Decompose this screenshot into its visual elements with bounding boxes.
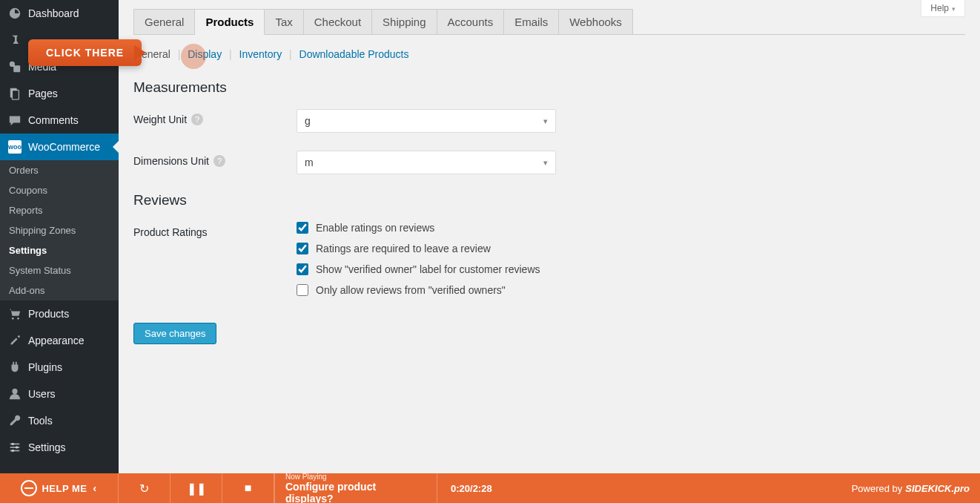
checkbox-input[interactable] xyxy=(297,222,308,234)
dimensions-unit-label: Dimensions Unit xyxy=(133,155,209,167)
restart-button[interactable]: ↻ xyxy=(119,473,170,503)
sidebar-item-label: Settings xyxy=(28,441,66,453)
sidebar-item-label: Dashboard xyxy=(28,7,79,19)
checkbox-enable-ratings[interactable]: Enable ratings on reviews xyxy=(297,222,965,234)
sidebar-sub-settings[interactable]: Settings xyxy=(0,240,119,260)
media-icon xyxy=(7,59,22,74)
sidebar-item-plugins[interactable]: Plugins xyxy=(0,354,119,381)
weight-unit-label: Weight Unit xyxy=(133,114,187,125)
checkbox-verified-owner-label[interactable]: Show "verified owner" label for customer… xyxy=(297,263,965,275)
tab-shipping[interactable]: Shipping xyxy=(372,9,437,34)
sidebar-item-label: Comments xyxy=(28,114,79,126)
sidebar-sub-reports[interactable]: Reports xyxy=(0,200,119,220)
stop-button[interactable]: ■ xyxy=(222,473,274,503)
sidebar-sub-shipping-zones[interactable]: Shipping Zones xyxy=(0,220,119,240)
help-icon[interactable]: ? xyxy=(191,114,203,125)
weight-unit-select[interactable]: g xyxy=(297,109,556,133)
comments-icon xyxy=(7,113,22,128)
checkbox-input[interactable] xyxy=(297,263,308,275)
checkbox-input[interactable] xyxy=(297,284,308,296)
pin-icon xyxy=(7,33,22,47)
checkbox-ratings-required[interactable]: Ratings are required to leave a review xyxy=(297,243,965,254)
now-playing-title: Configure product displays? xyxy=(285,481,426,504)
help-tab[interactable]: Help xyxy=(921,0,965,17)
subtab-inventory[interactable]: Inventory xyxy=(239,48,282,60)
help-me-button[interactable]: HELP ME ‹ xyxy=(0,473,119,503)
stop-icon: ■ xyxy=(245,481,252,495)
sidebar-item-label: WooCommerce xyxy=(28,141,100,153)
tab-accounts[interactable]: Accounts xyxy=(437,9,505,34)
highlight-pulse xyxy=(181,44,206,69)
main-content: Help General Products Tax Checkout Shipp… xyxy=(119,0,980,503)
playback-time: 0:20/2:28 xyxy=(437,473,506,503)
plugin-icon xyxy=(7,360,22,375)
svg-point-10 xyxy=(12,443,15,446)
sidebar-item-products[interactable]: Products xyxy=(0,300,119,327)
checkbox-input[interactable] xyxy=(297,243,308,254)
tab-tax[interactable]: Tax xyxy=(265,9,303,34)
admin-sidebar: Dashboard Media Pages Comments xyxy=(0,0,119,503)
tab-webhooks[interactable]: Webhooks xyxy=(559,9,633,34)
sidebar-item-comments[interactable]: Comments xyxy=(0,107,119,134)
sidebar-item-label: Plugins xyxy=(28,361,62,373)
powered-by[interactable]: Powered by SIDEKICK.pro xyxy=(841,473,980,503)
click-there-callout: CLICK THERE xyxy=(28,39,142,66)
svg-point-11 xyxy=(16,446,19,449)
sidebar-item-woocommerce[interactable]: woo WooCommerce xyxy=(0,134,119,160)
svg-rect-3 xyxy=(12,91,19,100)
woo-icon: woo xyxy=(7,139,22,154)
svg-point-12 xyxy=(12,450,15,453)
tab-checkout[interactable]: Checkout xyxy=(304,9,372,34)
sidebar-item-tools[interactable]: Tools xyxy=(0,407,119,434)
tab-general[interactable]: General xyxy=(133,9,195,34)
now-playing-label: Now Playing xyxy=(285,473,426,481)
sidebar-item-users[interactable]: Users xyxy=(0,381,119,407)
now-playing: Now Playing Configure product displays? xyxy=(274,473,437,503)
sidebar-item-label: Products xyxy=(28,308,69,320)
sidebar-sub-system-status[interactable]: System Status xyxy=(0,260,119,280)
sidebar-item-label: Appearance xyxy=(28,335,85,346)
sidekick-footer: HELP ME ‹ ↻ ❚❚ ■ Now Playing Configure p… xyxy=(0,473,980,503)
sidebar-item-label: Users xyxy=(28,388,56,400)
restart-icon: ↻ xyxy=(139,481,149,496)
product-ratings-label: Product Ratings xyxy=(133,226,208,238)
sidebar-sub-addons[interactable]: Add-ons xyxy=(0,280,119,300)
sidebar-sub-coupons[interactable]: Coupons xyxy=(0,180,119,200)
checkbox-only-verified[interactable]: Only allow reviews from "verified owners… xyxy=(297,284,965,296)
tab-emails[interactable]: Emails xyxy=(504,9,559,34)
face-icon xyxy=(21,480,37,496)
sidebar-item-label: Pages xyxy=(28,88,58,99)
sub-sections: General | Display | Inventory | Download… xyxy=(133,35,965,73)
cart-icon xyxy=(7,306,22,321)
brush-icon xyxy=(7,333,22,348)
sidebar-sub-orders[interactable]: Orders xyxy=(0,160,119,180)
woo-submenu: Orders Coupons Reports Shipping Zones Se… xyxy=(0,160,119,300)
svg-point-5 xyxy=(17,318,19,320)
pages-icon xyxy=(7,86,22,101)
save-button[interactable]: Save changes xyxy=(133,323,216,344)
user-icon xyxy=(7,387,22,401)
reviews-heading: Reviews xyxy=(133,192,965,208)
subtab-downloadable[interactable]: Downloadable Products xyxy=(299,48,409,60)
dashboard-icon xyxy=(7,6,22,21)
svg-point-6 xyxy=(12,389,17,394)
pause-icon: ❚❚ xyxy=(187,481,206,496)
sidebar-item-appearance[interactable]: Appearance xyxy=(0,327,119,354)
pause-button[interactable]: ❚❚ xyxy=(170,473,222,503)
svg-rect-1 xyxy=(13,65,20,72)
gear-icon xyxy=(7,440,22,455)
chevron-left-icon: ‹ xyxy=(93,482,96,494)
svg-point-4 xyxy=(12,318,14,320)
sidebar-item-pages[interactable]: Pages xyxy=(0,80,119,107)
help-icon[interactable]: ? xyxy=(213,155,225,167)
settings-tabs: General Products Tax Checkout Shipping A… xyxy=(133,9,965,35)
sidebar-item-settings[interactable]: Settings xyxy=(0,434,119,461)
wrench-icon xyxy=(7,413,22,428)
sidebar-item-label: Tools xyxy=(28,415,53,427)
tab-products[interactable]: Products xyxy=(195,9,265,35)
ratings-options: Enable ratings on reviews Ratings are re… xyxy=(297,222,965,305)
measurements-heading: Measurements xyxy=(133,79,965,96)
sidebar-item-dashboard[interactable]: Dashboard xyxy=(0,0,119,27)
dimensions-unit-select[interactable]: m xyxy=(297,151,556,174)
